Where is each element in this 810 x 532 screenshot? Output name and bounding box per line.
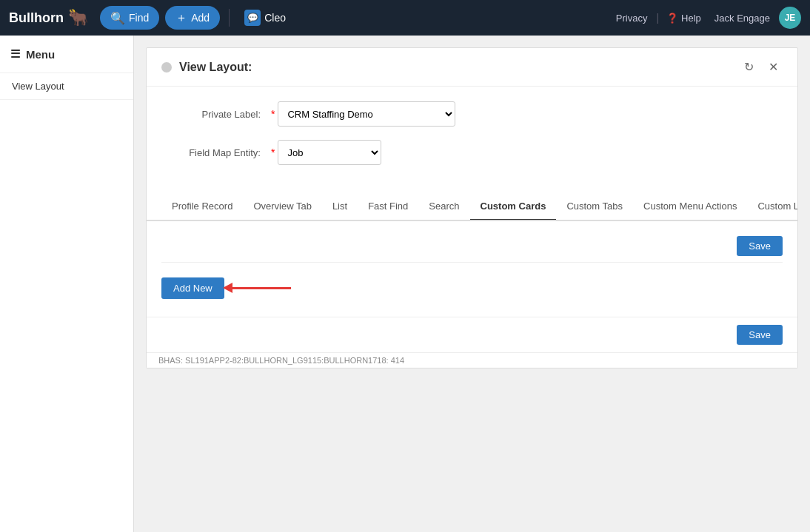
arrow-head: [223, 283, 232, 293]
add-label: Add: [191, 12, 210, 24]
tab-custom-cards[interactable]: Custom Cards: [470, 193, 557, 221]
private-label-row: Private Label: * CRM Staffing Demo Optio…: [164, 101, 780, 127]
menu-label: Menu: [26, 48, 55, 61]
sidebar: ☰ Menu View Layout: [0, 36, 134, 532]
privacy-link[interactable]: Privacy: [610, 13, 654, 24]
field-map-entity-row: Field Map Entity: * Job Contact Company: [164, 140, 780, 165]
save-button-bottom[interactable]: Save: [737, 325, 783, 345]
tab-fast-find[interactable]: Fast Find: [358, 193, 418, 221]
help-button[interactable]: ❓ Help: [662, 13, 706, 24]
add-new-row: Add New: [161, 272, 783, 305]
panel-header: View Layout: ↻ ✕: [147, 48, 797, 87]
search-icon: 🔍: [110, 11, 125, 25]
view-layout-panel: View Layout: ↻ ✕ Private Label: * CRM St…: [146, 47, 798, 368]
plus-icon: ＋: [175, 10, 187, 26]
status-text: BHAS: SL191APP2-82:BULLHORN_LG9115:BULLH…: [158, 356, 404, 365]
field-map-entity-text: Field Map Entity:: [164, 147, 268, 158]
refresh-button[interactable]: ↻: [740, 58, 758, 75]
find-label: Find: [129, 12, 149, 24]
tab-custom-tabs-label: Custom Tabs: [566, 201, 623, 212]
main-content: View Layout: ↻ ✕ Private Label: * CRM St…: [134, 36, 810, 532]
save-button-top[interactable]: Save: [737, 236, 783, 256]
hamburger-icon: ☰: [10, 47, 20, 61]
tab-fast-find-label: Fast Find: [368, 201, 408, 212]
tab-list[interactable]: List: [322, 193, 358, 221]
help-icon: ❓: [666, 13, 678, 24]
field-map-entity-select[interactable]: Job Contact Company: [278, 140, 381, 165]
tab-custom-menu-actions[interactable]: Custom Menu Actions: [633, 193, 747, 221]
tab-custom-list-buttons-label: Custom List Buttons: [757, 201, 797, 212]
close-button[interactable]: ✕: [764, 58, 783, 75]
bottom-toolbar: Save: [147, 317, 797, 352]
panel-actions: ↻ ✕: [740, 58, 783, 75]
tab-custom-cards-label: Custom Cards: [481, 201, 546, 212]
tab-overview-tab[interactable]: Overview Tab: [243, 193, 322, 221]
tabs-bar: Profile Record Overview Tab List Fast Fi…: [147, 193, 797, 221]
tab-overview-tab-label: Overview Tab: [253, 201, 312, 212]
tab-custom-list-buttons[interactable]: Custom List Buttons: [747, 193, 797, 221]
nav-link-divider: |: [656, 12, 659, 24]
tab-search[interactable]: Search: [418, 193, 469, 221]
cleo-icon: 💬: [244, 10, 261, 26]
panel-title: View Layout:: [179, 61, 732, 74]
panel-status-dot: [161, 62, 172, 73]
nav-right: Privacy | ❓ Help Jack Engage JE: [610, 7, 801, 29]
tab-list-label: List: [332, 201, 347, 212]
help-label: Help: [681, 13, 701, 24]
tab-toolbar-top: Save: [161, 230, 783, 263]
main-layout: ☰ Menu View Layout View Layout: ↻ ✕ Priv…: [0, 36, 810, 532]
cleo-button[interactable]: 💬 Cleo: [238, 10, 292, 26]
cleo-label: Cleo: [264, 12, 286, 24]
nav-divider: [229, 9, 230, 27]
tab-custom-menu-actions-label: Custom Menu Actions: [643, 201, 737, 212]
status-bar: BHAS: SL191APP2-82:BULLHORN_LG9115:BULLH…: [147, 352, 797, 368]
sidebar-menu-header[interactable]: ☰ Menu: [0, 36, 133, 73]
add-button[interactable]: ＋ Add: [165, 6, 220, 30]
bull-icon: 🐂: [68, 8, 88, 27]
form-area: Private Label: * CRM Staffing Demo Optio…: [147, 87, 797, 193]
add-new-button[interactable]: Add New: [161, 277, 224, 299]
tab-custom-tabs[interactable]: Custom Tabs: [556, 193, 633, 221]
red-arrow-line: [232, 287, 291, 289]
find-button[interactable]: 🔍 Find: [100, 6, 159, 30]
sidebar-item-label: View Layout: [12, 81, 64, 92]
top-navigation: Bullhorn 🐂 🔍 Find ＋ Add 💬 Cleo Privacy |…: [0, 0, 810, 36]
private-label-text: Private Label:: [164, 109, 268, 120]
avatar[interactable]: JE: [779, 7, 801, 29]
logo-text: Bullhorn: [9, 10, 64, 26]
required-star-1: *: [271, 108, 275, 120]
sidebar-item-view-layout[interactable]: View Layout: [0, 73, 133, 100]
tab-profile-record[interactable]: Profile Record: [161, 193, 243, 221]
required-star-2: *: [271, 147, 275, 158]
tab-search-label: Search: [429, 201, 459, 212]
tab-content-area: Save Add New: [147, 221, 797, 317]
logo-area: Bullhorn 🐂: [9, 8, 88, 27]
user-name[interactable]: Jack Engage: [709, 13, 776, 24]
private-label-select[interactable]: CRM Staffing Demo Option 2: [278, 101, 455, 127]
tab-profile-record-label: Profile Record: [172, 201, 232, 212]
